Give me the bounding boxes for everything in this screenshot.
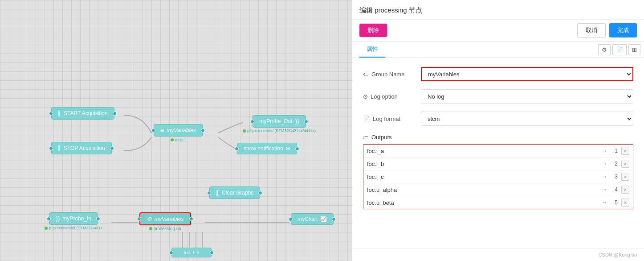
output-row: foc.i_a → 1 × <box>363 145 633 157</box>
panel-toolbar: 删除 取消 完成 <box>352 20 644 41</box>
tag-icon: 🏷 <box>363 71 369 78</box>
output-row: foc.u_alpha → 4 × <box>363 183 633 196</box>
output-remove-2[interactable]: × <box>621 160 629 168</box>
node-show-notification[interactable]: show notification ✉ <box>235 143 299 154</box>
panel-tabs: 属性 ⚙ 📄 ⊞ <box>352 41 644 58</box>
output-remove-5[interactable]: × <box>621 199 629 207</box>
node-mychart[interactable]: myChart 📈 <box>289 213 336 225</box>
group-name-select[interactable]: myVariables <box>421 67 633 81</box>
right-panel: 编辑 processing 节点 删除 取消 完成 属性 ⚙ 📄 ⊞ 🏷 Gro… <box>352 0 644 261</box>
canvas-area: ⟦ START Acquisition ⟦ STOP Acquisition ≡… <box>0 0 352 261</box>
cancel-button[interactable]: 取消 <box>577 23 606 37</box>
panel-content: 🏷 Group Name myVariables ⊙ Log option No… <box>352 58 644 248</box>
node-foc-ia[interactable]: foc_i_a <box>169 248 214 257</box>
node-stop-acquisition[interactable]: ⟦ STOP Acquisition <box>49 142 114 154</box>
log-option-label: ⊙ Log option <box>363 93 421 100</box>
output-row: foc.i_c → 3 × <box>363 170 633 183</box>
log-option-icon: ⊙ <box>363 93 368 100</box>
panel-header: 编辑 processing 节点 <box>352 0 644 20</box>
outputs-icon: ≔ <box>363 134 369 141</box>
log-format-label: 📄 Log format <box>363 116 421 122</box>
outputs-title: ≔ Outputs <box>363 134 633 141</box>
panel-footer: CSDN @Kong bo <box>352 248 644 261</box>
panel-title: 编辑 processing 节点 <box>359 6 422 14</box>
delete-button[interactable]: 删除 <box>359 24 387 37</box>
outputs-table: foc.i_a → 1 × foc.i_b → 2 × foc.i_c → 3 … <box>363 144 633 209</box>
complete-button[interactable]: 完成 <box>609 23 637 37</box>
log-option-select[interactable]: No log <box>421 89 633 104</box>
log-format-icon: 📄 <box>363 116 370 122</box>
output-row: foc.u_beta → 5 × <box>363 196 633 209</box>
group-name-label: 🏷 Group Name <box>363 71 421 78</box>
tab-icon-grid[interactable]: ⊞ <box>628 44 640 55</box>
tab-icon-gear[interactable]: ⚙ <box>598 44 611 55</box>
node-start-acquisition[interactable]: ⟦ START Acquisition <box>49 107 117 120</box>
node-myprobe-out[interactable]: myProbe_Out )) p2p connected (STM32G431x… <box>243 115 316 133</box>
group-name-row: 🏷 Group Name myVariables <box>363 67 633 81</box>
log-format-row: 📄 Log format stcm <box>363 112 633 126</box>
output-row: foc.i_b → 2 × <box>363 157 633 170</box>
outputs-section: ≔ Outputs foc.i_a → 1 × foc.i_b → 2 × fo… <box>363 134 633 209</box>
output-remove-3[interactable]: × <box>621 173 629 181</box>
log-format-select[interactable]: stcm <box>421 112 633 126</box>
log-option-row: ⊙ Log option No log <box>363 89 633 104</box>
node-myvariables-top[interactable]: ≡ myVariables direct <box>151 124 205 142</box>
node-myvariables-bottom[interactable]: ⚙ myVariables processing.on <box>137 212 193 231</box>
node-myprobe-in[interactable]: )) myProbe_In p2p connected (STM32G431x <box>45 212 102 230</box>
output-remove-4[interactable]: × <box>621 186 629 194</box>
output-remove-1[interactable]: × <box>621 147 629 155</box>
tab-properties[interactable]: 属性 <box>359 41 385 58</box>
node-clear-graphs[interactable]: ⟦ Clear Graphs <box>207 186 262 199</box>
tab-icon-doc[interactable]: 📄 <box>612 44 627 55</box>
